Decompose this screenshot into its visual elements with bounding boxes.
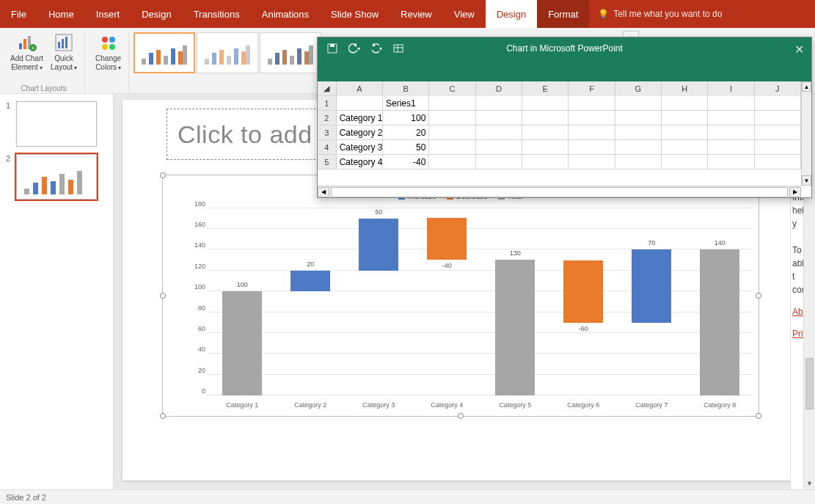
col-header-B[interactable]: B bbox=[383, 81, 429, 96]
cell-A4[interactable]: Category 3 bbox=[337, 140, 383, 154]
y-tick: 40 bbox=[198, 346, 205, 353]
tab-view[interactable]: View bbox=[443, 0, 486, 28]
row-header[interactable]: 3 bbox=[318, 125, 337, 139]
add-chart-element-button[interactable]: + Add ChartElement bbox=[7, 31, 46, 73]
svg-point-9 bbox=[102, 37, 108, 43]
bar-cat3[interactable] bbox=[359, 219, 398, 271]
slide-thumb-2[interactable] bbox=[16, 154, 97, 200]
scroll-down-icon[interactable]: ▼ bbox=[804, 478, 815, 489]
resize-handle[interactable] bbox=[458, 413, 464, 419]
bar-cat5[interactable] bbox=[495, 260, 535, 395]
data-label: 100 bbox=[237, 281, 248, 288]
col-header-C[interactable]: C bbox=[429, 81, 475, 96]
col-header-D[interactable]: D bbox=[476, 81, 522, 96]
tab-slideshow[interactable]: Slide Show bbox=[320, 0, 390, 28]
cell-B4[interactable]: 50 bbox=[383, 140, 429, 154]
y-tick: 120 bbox=[194, 263, 205, 270]
scroll-up-icon[interactable]: ▲ bbox=[802, 81, 811, 92]
slide-thumb-1[interactable] bbox=[16, 101, 97, 147]
chart-style-1[interactable] bbox=[134, 32, 195, 73]
cell-A3[interactable]: Category 2 bbox=[337, 125, 383, 139]
cell-A1[interactable] bbox=[337, 96, 383, 110]
scroll-right-icon[interactable]: ▶ bbox=[789, 187, 801, 197]
resize-handle[interactable] bbox=[160, 293, 166, 299]
col-header-H[interactable]: H bbox=[662, 81, 708, 96]
tell-me[interactable]: 💡 Tell me what you want to do bbox=[589, 0, 731, 28]
y-tick: 140 bbox=[194, 241, 205, 249]
chart-object[interactable]: Chart Title Increase Decrease Total 0 20… bbox=[162, 175, 759, 417]
cell-B1[interactable]: Series1 bbox=[383, 96, 429, 110]
bar-cat6[interactable] bbox=[563, 260, 603, 323]
row-header[interactable]: 5 bbox=[318, 155, 337, 169]
cell-A2[interactable]: Category 1 bbox=[337, 111, 383, 125]
add-chart-element-icon: + bbox=[17, 32, 37, 53]
status-slide-count: Slide 2 of 2 bbox=[6, 493, 46, 502]
resize-handle[interactable] bbox=[756, 293, 761, 299]
excel-hscroll[interactable]: ◀ ▶ bbox=[318, 186, 801, 197]
data-label: 70 bbox=[648, 239, 655, 246]
lightbulb-icon: 💡 bbox=[598, 9, 609, 19]
col-header-J[interactable]: J bbox=[755, 81, 801, 96]
data-label: -40 bbox=[442, 262, 452, 269]
cell-A5[interactable]: Category 4 bbox=[337, 155, 383, 169]
cell-B5[interactable]: -40 bbox=[383, 155, 429, 169]
slide-number-2: 2 bbox=[6, 154, 12, 200]
x-label: Category 4 bbox=[431, 401, 463, 409]
excel-grid[interactable]: ◢ A B C D E F G H I J 1 Series1 2 Catego… bbox=[318, 81, 801, 186]
svg-point-10 bbox=[109, 37, 115, 43]
tab-insert[interactable]: Insert bbox=[85, 0, 131, 28]
row-header[interactable]: 1 bbox=[318, 96, 337, 110]
change-colors-icon bbox=[98, 32, 119, 53]
tab-transitions[interactable]: Transitions bbox=[183, 0, 251, 28]
tab-design-main[interactable]: Design bbox=[131, 0, 182, 28]
tab-home[interactable]: Home bbox=[37, 0, 85, 28]
bar-cat7[interactable] bbox=[632, 249, 671, 323]
bar-cat1[interactable] bbox=[222, 291, 262, 395]
excel-window-title: Chart in Microsoft PowerPoint bbox=[318, 43, 811, 54]
cell-B2[interactable]: 100 bbox=[383, 111, 429, 125]
tab-file[interactable]: File bbox=[0, 0, 37, 28]
tab-chart-format[interactable]: Format bbox=[537, 0, 589, 28]
svg-rect-1 bbox=[23, 39, 26, 49]
data-label: 50 bbox=[375, 208, 382, 216]
chart-data-editor[interactable]: ▾ ▾ Chart in Microsoft PowerPoint ✕ ◢ A … bbox=[317, 37, 812, 198]
x-label: Category 5 bbox=[499, 401, 531, 409]
quick-layout-button[interactable]: QuickLayout bbox=[48, 31, 80, 73]
scroll-left-icon[interactable]: ◀ bbox=[318, 187, 329, 197]
tab-chart-design[interactable]: Design bbox=[486, 0, 537, 28]
bar-cat2[interactable] bbox=[290, 271, 330, 291]
resize-handle[interactable] bbox=[160, 172, 166, 178]
x-label: Category 1 bbox=[226, 401, 258, 409]
tab-review[interactable]: Review bbox=[390, 0, 443, 28]
col-header-F[interactable]: F bbox=[569, 81, 615, 96]
change-colors-button[interactable]: ChangeColors bbox=[92, 31, 124, 73]
y-tick: 0 bbox=[202, 387, 205, 395]
col-header-I[interactable]: I bbox=[708, 81, 754, 96]
col-header-G[interactable]: G bbox=[615, 81, 662, 96]
col-header-A[interactable]: A bbox=[337, 81, 383, 96]
resize-handle[interactable] bbox=[756, 413, 761, 419]
quick-layout-icon bbox=[54, 32, 74, 53]
scroll-down-icon[interactable]: ▼ bbox=[802, 175, 811, 186]
row-header[interactable]: 2 bbox=[318, 111, 337, 125]
col-header-E[interactable]: E bbox=[522, 81, 569, 96]
chart-style-2[interactable] bbox=[197, 32, 258, 73]
close-icon[interactable]: ✕ bbox=[794, 43, 804, 56]
select-all-corner[interactable]: ◢ bbox=[318, 81, 337, 95]
chart-plot-area[interactable]: 0 20 40 60 80 100 120 140 160 180 bbox=[188, 209, 753, 395]
resize-handle[interactable] bbox=[160, 413, 166, 419]
collapse-ribbon-icon[interactable] bbox=[794, 0, 815, 28]
tab-animations[interactable]: Animations bbox=[251, 0, 320, 28]
data-label: 20 bbox=[307, 260, 314, 268]
row-header[interactable]: 4 bbox=[318, 140, 337, 154]
bar-cat4[interactable] bbox=[427, 218, 467, 260]
x-label: Category 3 bbox=[362, 401, 395, 409]
hscroll-track[interactable] bbox=[331, 187, 788, 197]
svg-rect-7 bbox=[62, 39, 64, 48]
cell-B3[interactable]: 20 bbox=[383, 125, 429, 139]
excel-vscroll[interactable]: ▲ ▼ bbox=[801, 81, 811, 186]
scroll-thumb[interactable] bbox=[805, 358, 814, 409]
chart-style-3[interactable] bbox=[260, 32, 321, 73]
bar-cat8[interactable] bbox=[700, 249, 739, 395]
tell-me-label: Tell me what you want to do bbox=[613, 9, 722, 19]
